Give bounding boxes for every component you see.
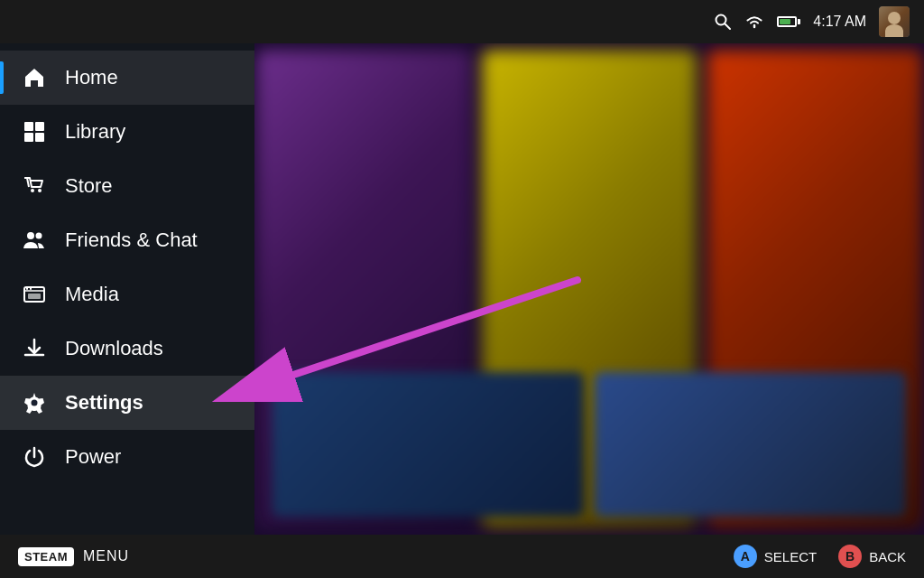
svg-rect-3 <box>35 122 44 131</box>
library-icon <box>22 119 47 144</box>
battery-icon <box>777 16 800 27</box>
sidebar-item-media[interactable]: Media <box>0 267 254 322</box>
main-content <box>254 43 924 535</box>
power-icon <box>22 444 47 470</box>
svg-point-8 <box>27 232 34 239</box>
menu-label: MENU <box>83 548 129 564</box>
sidebar-item-power-label: Power <box>65 445 121 469</box>
main-bottom-cards <box>254 372 924 535</box>
svg-rect-2 <box>24 122 33 131</box>
svg-point-13 <box>32 400 38 406</box>
status-time: 4:17 AM <box>813 14 866 30</box>
store-icon <box>22 173 47 199</box>
active-indicator <box>0 61 4 94</box>
sidebar-item-settings-label: Settings <box>65 391 143 415</box>
sidebar-item-friends-label: Friends & Chat <box>65 228 198 252</box>
svg-line-1 <box>725 24 731 30</box>
svg-point-9 <box>36 233 42 239</box>
bottom-actions: A SELECT B BACK <box>734 545 906 568</box>
wifi-icon <box>744 14 764 29</box>
sidebar-item-library-label: Library <box>65 120 125 144</box>
sidebar-item-store[interactable]: Store <box>0 159 254 213</box>
sidebar-item-home-label: Home <box>65 66 118 89</box>
sidebar-item-settings[interactable]: Settings <box>0 376 254 430</box>
svg-rect-11 <box>28 294 41 299</box>
a-button[interactable]: A <box>734 545 757 568</box>
sidebar-item-media-label: Media <box>65 283 119 306</box>
back-action[interactable]: B BACK <box>838 545 906 568</box>
sidebar-item-store-label: Store <box>65 174 113 198</box>
search-icon[interactable] <box>714 13 732 31</box>
select-action[interactable]: A SELECT <box>734 545 817 568</box>
settings-icon <box>22 390 47 415</box>
status-bar: 4:17 AM <box>0 0 924 43</box>
sidebar: Home Library Store <box>0 43 254 535</box>
sidebar-item-library[interactable]: Library <box>0 105 254 159</box>
bottom-card-1 <box>273 372 584 517</box>
select-label: SELECT <box>764 549 817 564</box>
home-icon <box>22 65 47 90</box>
back-label: BACK <box>869 549 906 564</box>
avatar[interactable] <box>879 6 910 37</box>
svg-rect-4 <box>24 133 33 142</box>
steam-badge: STEAM <box>18 547 74 566</box>
downloads-icon <box>22 336 47 361</box>
friends-icon <box>22 228 47 253</box>
bottom-card-2 <box>595 372 906 517</box>
media-icon <box>22 282 47 307</box>
bottom-bar: STEAM MENU A SELECT B BACK <box>0 535 924 578</box>
steam-menu-group[interactable]: STEAM MENU <box>18 547 129 566</box>
svg-rect-5 <box>35 133 44 142</box>
svg-point-7 <box>38 189 42 192</box>
sidebar-item-downloads-label: Downloads <box>65 337 163 360</box>
sidebar-item-downloads[interactable]: Downloads <box>0 322 254 376</box>
sidebar-item-home[interactable]: Home <box>0 51 254 105</box>
svg-point-6 <box>31 189 34 192</box>
sidebar-item-power[interactable]: Power <box>0 430 254 484</box>
sidebar-item-friends[interactable]: Friends & Chat <box>0 213 254 267</box>
b-button[interactable]: B <box>838 545 862 568</box>
